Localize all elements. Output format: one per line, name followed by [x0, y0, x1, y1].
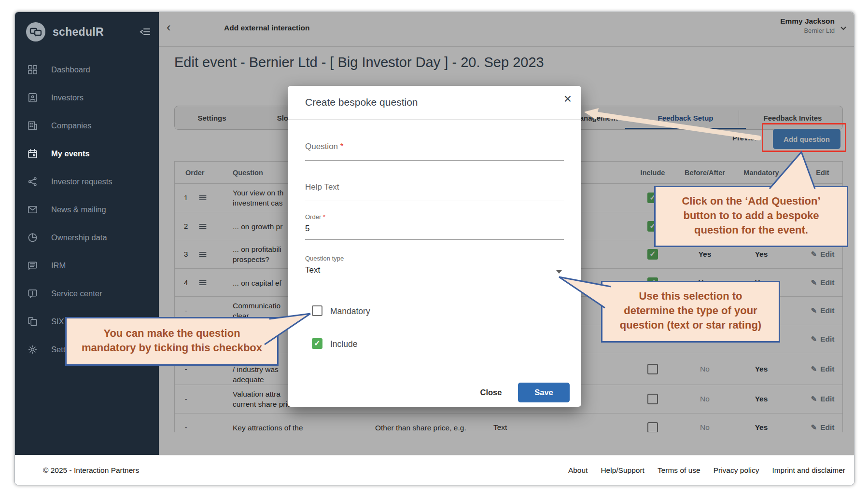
sidebar-item-ownership-data[interactable]: Ownership data — [15, 223, 159, 251]
include-checkbox[interactable] — [647, 277, 658, 288]
footer-link-terms-of-use[interactable]: Terms of use — [658, 466, 700, 475]
sidebar-item-news-mailing[interactable]: News & mailing — [15, 195, 159, 223]
close-icon[interactable]: × — [564, 92, 572, 106]
footer-link-privacy-policy[interactable]: Privacy policy — [714, 466, 759, 475]
tab-settings[interactable]: Settings — [197, 106, 226, 129]
create-question-dialog: Create bespoke question × Question * Hel… — [288, 86, 581, 407]
sidebar-item-my-events[interactable]: My events — [15, 139, 159, 167]
user-menu[interactable]: Emmy Jackson Bernier Ltd — [780, 17, 835, 34]
footer-links: AboutHelp/SupportTerms of usePrivacy pol… — [568, 466, 845, 475]
edit-button[interactable]: ✎Edit — [811, 250, 835, 259]
header-before-after: Before/After — [685, 169, 725, 177]
drag-handle-icon[interactable] — [194, 249, 211, 260]
footer-link-help-support[interactable]: Help/Support — [601, 466, 644, 475]
dialog-close-button[interactable]: Close — [473, 383, 509, 402]
dialog-divider — [288, 119, 581, 120]
sidebar-item-label: IRM — [51, 261, 66, 270]
share-icon — [27, 176, 38, 187]
sidebar-item-investors[interactable]: Investors — [15, 83, 159, 111]
question-cell: Key attractions of the — [233, 422, 303, 432]
question-label-text: Question — [305, 142, 338, 151]
help-text-input[interactable] — [305, 201, 564, 201]
sidebar-item-label: Service center — [51, 289, 102, 298]
footer: © 2025 - Interaction Partners AboutHelp/… — [15, 455, 854, 485]
sidebar-item-service-center[interactable]: Service center — [15, 279, 159, 307]
gear-icon — [27, 344, 38, 355]
sidebar-menu: DashboardInvestorsCompaniesMy eventsInve… — [15, 55, 159, 363]
select-caret-icon[interactable] — [555, 268, 563, 274]
include-checkbox[interactable] — [647, 422, 658, 433]
include-checkbox[interactable] — [647, 249, 658, 260]
user-company: Bernier Ltd — [780, 27, 835, 34]
sidebar-item-investor-requests[interactable]: Investor requests — [15, 167, 159, 195]
drag-handle-icon[interactable] — [194, 221, 211, 232]
question-cell: ... on profitabiliprospects? — [233, 244, 281, 264]
edit-button[interactable]: ✎Edit — [811, 278, 835, 287]
question-input[interactable] — [305, 160, 564, 161]
question-type-underline — [305, 282, 564, 282]
edit-button[interactable]: ✎Edit — [811, 395, 835, 403]
pencil-icon: ✎ — [811, 423, 817, 431]
mandatory-checkbox-label: Mandatory — [330, 306, 370, 317]
edit-button[interactable]: ✎Edit — [811, 423, 835, 432]
envelope-icon — [27, 204, 38, 215]
page-title: Edit event - Bernier Ltd - [ Big Investo… — [174, 55, 544, 70]
mandatory-checkbox[interactable] — [312, 305, 322, 316]
footer-link-imprint-and-disclaimer[interactable]: Imprint and disclaimer — [772, 466, 845, 475]
copyright: © 2025 - Interaction Partners — [43, 466, 139, 475]
grid-icon — [27, 64, 38, 75]
order-cell: - — [175, 365, 197, 373]
mandatory-cell: Yes — [755, 365, 768, 373]
topbar: ‹ Add external interaction Emmy Jackson … — [159, 12, 854, 47]
sidebar-header: schedulR — [15, 12, 159, 52]
question-cell: ... on growth pr — [233, 221, 282, 231]
sidebar-item-label: Companies — [51, 121, 91, 130]
include-checkbox[interactable] — [647, 221, 658, 232]
include-checkbox[interactable] — [647, 394, 658, 404]
question-cell: envi/ industry wasadequate — [233, 354, 279, 384]
add-question-button[interactable]: Add question — [773, 129, 840, 149]
before-after-cell: No — [700, 395, 710, 403]
before-after-cell: Yes — [699, 278, 712, 287]
sidebar-item-six[interactable]: SIX — [15, 307, 159, 335]
sidebar-item-label: Dashboard — [51, 65, 90, 74]
include-checkbox[interactable] — [647, 364, 658, 374]
edit-button[interactable]: ✎Edit — [811, 365, 835, 373]
pencil-icon: ✎ — [811, 306, 817, 315]
question-type-select[interactable]: Text — [305, 265, 320, 275]
building-icon — [27, 120, 38, 131]
order-cell: - — [175, 395, 197, 403]
mandatory-cell: Yes — [755, 423, 768, 432]
order-cell: - — [175, 335, 197, 344]
tab-feedback-invites[interactable]: Feedback Invites — [764, 106, 822, 129]
header-include: Include — [641, 169, 665, 177]
sidebar-item-dashboard[interactable]: Dashboard — [15, 55, 159, 83]
edit-button[interactable]: ✎Edit — [811, 306, 835, 315]
calendar-icon — [27, 148, 38, 159]
include-checkbox[interactable] — [312, 338, 322, 349]
sidebar-item-companies[interactable]: Companies — [15, 111, 159, 139]
sidebar-item-settings[interactable]: Settings — [15, 335, 159, 363]
order-cell: - — [175, 423, 197, 432]
table-row: -Key attractions of theOther than share … — [175, 413, 842, 432]
question-type-cell: Text — [493, 423, 507, 432]
include-checkbox[interactable] — [647, 193, 658, 203]
edit-button[interactable]: ✎Edit — [811, 335, 835, 344]
tab-feedback-setup[interactable]: Feedback Setup — [658, 106, 713, 129]
back-button[interactable]: ‹ — [167, 21, 171, 33]
save-button[interactable]: Save — [518, 383, 570, 402]
order-input[interactable]: 5 — [305, 224, 309, 234]
pencil-icon: ✎ — [811, 395, 817, 403]
question-cell: ... on capital ef — [233, 277, 281, 288]
sidebar: schedulR DashboardInvestorsCompaniesMy e… — [15, 12, 159, 455]
drag-handle-icon[interactable] — [194, 193, 211, 203]
user-name: Emmy Jackson — [780, 17, 835, 26]
pie-chart-icon — [27, 232, 38, 243]
drag-handle-icon[interactable] — [194, 277, 211, 288]
sidebar-item-irm[interactable]: IRM — [15, 251, 159, 279]
sidebar-collapse-icon[interactable] — [140, 26, 151, 38]
help-text-field-label: Help Text — [305, 182, 339, 192]
footer-link-about[interactable]: About — [568, 466, 588, 475]
chevron-down-icon[interactable] — [840, 25, 847, 32]
preview-button[interactable]: Preview — [732, 134, 760, 142]
